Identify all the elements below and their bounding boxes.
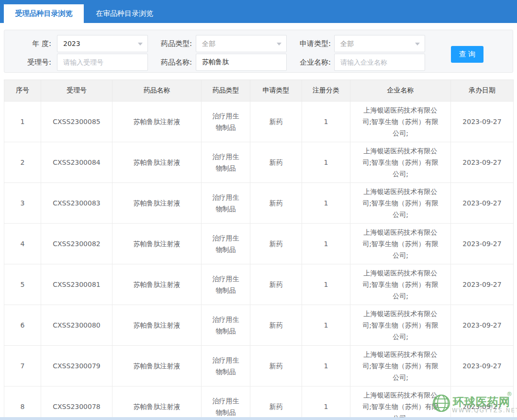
cell-company: 上海银诺医药技术有限公司;智享生物（苏州）有限公司; xyxy=(350,346,451,386)
col-header-apply-type: 申请类型 xyxy=(250,80,302,102)
table-row: 1 CXSS2300085 苏帕鲁肽注射液 治疗用生物制品 新药 1 上海银诺医… xyxy=(4,102,514,142)
cell-acceptance-no: CXSS2300080 xyxy=(41,305,112,346)
year-select[interactable]: 2023 xyxy=(57,35,148,52)
cell-drug-type: 治疗用生物制品 xyxy=(202,224,250,264)
horizontal-scrollbar[interactable] xyxy=(0,417,517,420)
table-row: 2 CXSS2300084 苏帕鲁肽注射液 治疗用生物制品 新药 1 上海银诺医… xyxy=(4,142,514,183)
cell-apply-type: 新药 xyxy=(250,346,302,386)
drug-type-select-value: 全部 xyxy=(202,40,215,47)
cell-drug-type: 治疗用生物制品 xyxy=(202,142,250,183)
cell-company: 上海银诺医药技术有限公司;智享生物（苏州）有限公司; xyxy=(350,224,451,264)
company-name-label: 企业名称: xyxy=(287,54,331,71)
cell-drug-name: 苏帕鲁肽注射液 xyxy=(112,102,202,142)
year-label: 年 度: xyxy=(4,35,51,52)
cell-accept-date: 2023-09-27 xyxy=(451,386,514,420)
cell-acceptance-no: CXSS2300078 xyxy=(41,386,112,420)
cell-reg-class: 1 xyxy=(302,102,350,142)
cell-accept-date: 2023-09-27 xyxy=(451,102,514,142)
chevron-down-icon xyxy=(277,43,281,45)
table-row: 7 CXSS2300079 苏帕鲁肽注射液 治疗用生物制品 新药 1 上海银诺医… xyxy=(4,346,514,386)
cell-reg-class: 1 xyxy=(302,305,350,346)
tab-under-review-catalog[interactable]: 在审品种目录浏览 xyxy=(84,4,165,23)
cell-company: 上海银诺医药技术有限公司;智享生物（苏州）有限公司; xyxy=(350,386,451,420)
col-header-acceptance-no: 受理号 xyxy=(41,80,112,102)
results-table: 序号 受理号 药品名称 药品类型 申请类型 注册分类 企业名称 承办日期 1 C… xyxy=(4,79,514,420)
cell-drug-name: 苏帕鲁肽注射液 xyxy=(112,305,202,346)
apply-type-select-value: 全部 xyxy=(340,40,354,47)
tab-bar: 受理品种目录浏览 在审品种目录浏览 xyxy=(0,0,517,23)
cell-company: 上海银诺医药技术有限公司;智享生物（苏州）有限公司; xyxy=(350,183,451,224)
col-header-drug-name: 药品名称 xyxy=(112,80,202,102)
cell-seq: 2 xyxy=(4,142,41,183)
cell-company: 上海银诺医药技术有限公司;智享生物（苏州）有限公司; xyxy=(350,142,451,183)
chevron-down-icon xyxy=(415,43,420,45)
cell-company: 上海银诺医药技术有限公司;智享生物（苏州）有限公司; xyxy=(350,264,451,305)
company-name-input[interactable] xyxy=(334,54,425,71)
cell-drug-name: 苏帕鲁肽注射液 xyxy=(112,264,202,305)
header-row: 序号 受理号 药品名称 药品类型 申请类型 注册分类 企业名称 承办日期 xyxy=(4,80,514,102)
cell-acceptance-no: CXSS2300079 xyxy=(41,346,112,386)
cell-drug-name: 苏帕鲁肽注射液 xyxy=(112,224,202,264)
page: { "colors": { "header_blue": "#2e7fd1", … xyxy=(0,0,517,420)
cell-acceptance-no: CXSS2300083 xyxy=(41,183,112,224)
cell-acceptance-no: CXSS2300081 xyxy=(41,264,112,305)
cell-accept-date: 2023-09-27 xyxy=(451,224,514,264)
table-row: 8 CXSS2300078 苏帕鲁肽注射液 治疗用生物制品 新药 1 上海银诺医… xyxy=(4,386,514,420)
cell-reg-class: 1 xyxy=(302,264,350,305)
cell-acceptance-no: CXSS2300084 xyxy=(41,142,112,183)
cell-drug-name: 苏帕鲁肽注射液 xyxy=(112,386,202,420)
acceptance-no-label: 受理号: xyxy=(4,54,51,71)
cell-accept-date: 2023-09-27 xyxy=(451,305,514,346)
cell-accept-date: 2023-09-27 xyxy=(451,346,514,386)
table-body: 1 CXSS2300085 苏帕鲁肽注射液 治疗用生物制品 新药 1 上海银诺医… xyxy=(4,102,514,420)
year-select-value: 2023 xyxy=(63,40,80,47)
cell-reg-class: 1 xyxy=(302,386,350,420)
col-header-seq: 序号 xyxy=(4,80,41,102)
cell-acceptance-no: CXSS2300085 xyxy=(41,102,112,142)
cell-drug-type: 治疗用生物制品 xyxy=(202,386,250,420)
cell-apply-type: 新药 xyxy=(250,142,302,183)
table-row: 5 CXSS2300081 苏帕鲁肽注射液 治疗用生物制品 新药 1 上海银诺医… xyxy=(4,264,514,305)
drug-type-select[interactable]: 全部 xyxy=(196,35,287,52)
drug-name-input[interactable] xyxy=(196,54,287,71)
cell-drug-type: 治疗用生物制品 xyxy=(202,346,250,386)
cell-drug-type: 治疗用生物制品 xyxy=(202,183,250,224)
cell-drug-type: 治疗用生物制品 xyxy=(202,264,250,305)
cell-apply-type: 新药 xyxy=(250,102,302,142)
cell-seq: 5 xyxy=(4,264,41,305)
cell-seq: 8 xyxy=(4,386,41,420)
cell-apply-type: 新药 xyxy=(250,386,302,420)
cell-drug-name: 苏帕鲁肽注射液 xyxy=(112,142,202,183)
search-button[interactable]: 查询 xyxy=(451,46,483,63)
cell-drug-type: 治疗用生物制品 xyxy=(202,102,250,142)
cell-accept-date: 2023-09-27 xyxy=(451,142,514,183)
cell-drug-name: 苏帕鲁肽注射液 xyxy=(112,346,202,386)
table-row: 3 CXSS2300083 苏帕鲁肽注射液 治疗用生物制品 新药 1 上海银诺医… xyxy=(4,183,514,224)
cell-apply-type: 新药 xyxy=(250,183,302,224)
cell-seq: 6 xyxy=(4,305,41,346)
cell-reg-class: 1 xyxy=(302,142,350,183)
cell-apply-type: 新药 xyxy=(250,224,302,264)
drug-name-label: 药品名称: xyxy=(148,54,192,71)
cell-accept-date: 2023-09-27 xyxy=(451,183,514,224)
apply-type-select[interactable]: 全部 xyxy=(334,35,425,52)
table-row: 6 CXSS2300080 苏帕鲁肽注射液 治疗用生物制品 新药 1 上海银诺医… xyxy=(4,305,514,346)
cell-company: 上海银诺医药技术有限公司;智享生物（苏州）有限公司; xyxy=(350,102,451,142)
cell-reg-class: 1 xyxy=(302,224,350,264)
cell-seq: 1 xyxy=(4,102,41,142)
cell-apply-type: 新药 xyxy=(250,305,302,346)
cell-acceptance-no: CXSS2300082 xyxy=(41,224,112,264)
cell-company: 上海银诺医药技术有限公司;智享生物（苏州）有限公司; xyxy=(350,305,451,346)
cell-drug-type: 治疗用生物制品 xyxy=(202,305,250,346)
cell-reg-class: 1 xyxy=(302,346,350,386)
cell-apply-type: 新药 xyxy=(250,264,302,305)
acceptance-no-input[interactable] xyxy=(57,54,148,71)
cell-seq: 3 xyxy=(4,183,41,224)
cell-drug-name: 苏帕鲁肽注射液 xyxy=(112,183,202,224)
filter-panel: 年 度: 2023 药品类型: 全部 申请类型: 全部 受理号: 药品名称: 企… xyxy=(4,30,513,73)
col-header-company: 企业名称 xyxy=(350,80,451,102)
col-header-reg-class: 注册分类 xyxy=(302,80,350,102)
col-header-drug-type: 药品类型 xyxy=(202,80,250,102)
chevron-down-icon xyxy=(138,43,143,45)
tab-accepted-catalog[interactable]: 受理品种目录浏览 xyxy=(4,4,84,23)
